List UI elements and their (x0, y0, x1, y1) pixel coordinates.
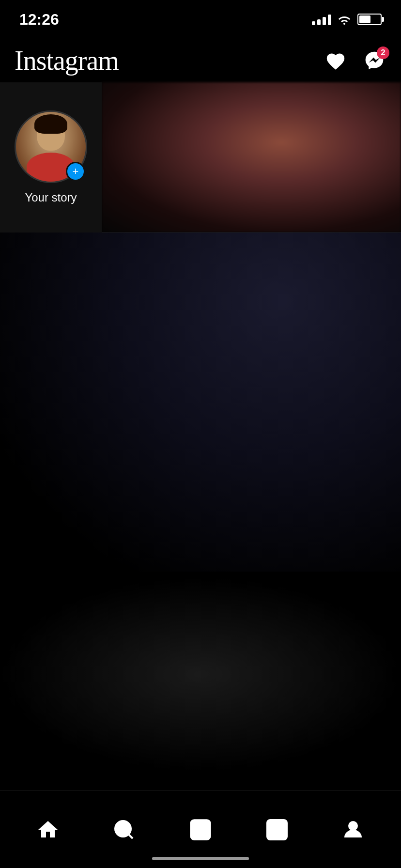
your-story-item[interactable]: + Your story (0, 82, 102, 232)
add-icon (188, 817, 213, 842)
nav-profile[interactable] (334, 810, 372, 849)
search-icon (112, 818, 136, 841)
your-story-label: Your story (25, 191, 77, 204)
nav-home[interactable] (29, 810, 67, 849)
app-header: Instagram 2 (0, 39, 401, 82)
status-time: 12:26 (19, 11, 59, 29)
svg-line-1 (129, 834, 133, 838)
feed-bg-glow2 (0, 577, 401, 771)
home-icon (36, 818, 60, 841)
svg-point-0 (115, 821, 131, 837)
messages-button[interactable]: 2 (362, 48, 386, 73)
feed-area (0, 232, 401, 868)
reels-icon (265, 818, 289, 841)
feed-bg-glow (0, 232, 401, 572)
bottom-nav (0, 790, 401, 868)
stories-row: + Your story (0, 82, 401, 232)
heart-icon (325, 51, 346, 70)
add-story-button[interactable]: + (66, 162, 85, 181)
svg-point-10 (349, 822, 357, 830)
battery-icon (357, 14, 382, 25)
header-icons: 2 (324, 48, 386, 73)
nav-reels[interactable] (258, 810, 296, 849)
nav-search[interactable] (105, 810, 143, 849)
avatar-hair (34, 114, 67, 134)
status-bar: 12:26 (0, 0, 401, 39)
wifi-icon (337, 14, 352, 25)
profile-icon (341, 818, 365, 841)
svg-point-6 (274, 827, 280, 833)
avatar-container: + (15, 110, 87, 183)
notifications-button[interactable] (324, 48, 348, 73)
message-count-badge: 2 (377, 46, 389, 59)
home-indicator (152, 857, 249, 860)
nav-add[interactable] (181, 810, 220, 849)
signal-icon (312, 14, 331, 25)
status-icons (312, 14, 382, 25)
app-logo: Instagram (15, 45, 119, 76)
